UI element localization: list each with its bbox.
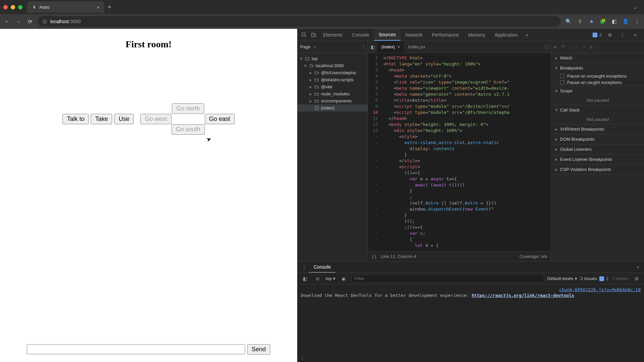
cursor-position: Line 11, Column 4: [381, 254, 416, 259]
profile-icon[interactable]: 👤: [622, 18, 629, 25]
zoom-icon[interactable]: 🔍: [565, 18, 572, 25]
site-info-icon[interactable]: [42, 19, 47, 24]
issues-indicator[interactable]: !2: [593, 32, 602, 37]
console-prompt[interactable]: ›: [297, 354, 644, 362]
tree-top-frame[interactable]: ▾top: [297, 55, 368, 62]
devtools-tab-network[interactable]: Network: [401, 29, 427, 41]
chrome-menu-icon[interactable]: ⋮: [633, 18, 641, 25]
command-input[interactable]: [27, 344, 245, 354]
step-icon[interactable]: →: [582, 44, 586, 49]
editor-more-icon[interactable]: ▢: [544, 44, 548, 49]
svg-rect-2: [44, 20, 45, 21]
editor-tab-indexjsx[interactable]: Index.jsx: [404, 41, 429, 53]
section-scope[interactable]: ▾Scope: [551, 86, 644, 96]
console-sidebar-icon[interactable]: ◧: [300, 274, 310, 283]
devtools-tab-more-icon[interactable]: »: [522, 30, 532, 40]
clear-console-icon[interactable]: ⊘: [313, 274, 322, 283]
drawer-menu-icon[interactable]: ⋮: [300, 263, 309, 272]
reload-button[interactable]: ⟳: [26, 18, 34, 25]
deactivate-bp-icon[interactable]: ⌀: [590, 44, 593, 49]
talk-to-button[interactable]: Talk to: [62, 114, 89, 124]
devtools-settings-icon[interactable]: ⚙: [605, 30, 614, 40]
window-close-dot[interactable]: [3, 5, 8, 9]
take-button[interactable]: Take: [91, 114, 112, 124]
devtools-tab-performance[interactable]: Performance: [427, 29, 463, 41]
tree-folder[interactable]: ▸@vite: [297, 83, 368, 90]
share-icon[interactable]: ⇪: [576, 18, 584, 25]
address-bar[interactable]: localhost:3000: [38, 16, 561, 27]
log-link[interactable]: https://reactjs.org/link/react-devtools: [472, 293, 574, 298]
tree-host[interactable]: ▾localhost:3000: [297, 62, 368, 69]
console-settings-icon[interactable]: ⚙: [632, 274, 641, 283]
sources-navigator: Page » ⋮ ▾top ▾localhost:3000 ▸@fs/Users…: [297, 41, 368, 261]
tree-file-index[interactable]: (index): [297, 104, 368, 111]
log-source-link[interactable]: chunk-DFKQJ226.js?v=9e6b4e8c:18: [559, 287, 641, 292]
go-north-button[interactable]: Go north: [172, 103, 204, 114]
issues-counter[interactable]: 2 Issues: !2: [581, 276, 608, 281]
navigator-menu-icon[interactable]: ⋮: [362, 44, 365, 49]
section-watch[interactable]: ▸Watch: [551, 53, 644, 63]
navigator-tab-page[interactable]: Page: [300, 44, 310, 49]
devtools-tab-elements[interactable]: Elements: [318, 29, 347, 41]
step-out-icon[interactable]: ↑: [576, 44, 578, 49]
devtools-tab-console[interactable]: Console: [347, 29, 374, 41]
drawer-close-icon[interactable]: ×: [637, 265, 642, 270]
sources-editor: ◧ (index)× Index.jsx ▢ 12345678910111213…: [368, 41, 551, 261]
step-over-icon[interactable]: ↷: [561, 44, 565, 49]
tree-folder[interactable]: ▸@fs/Users/stepha: [297, 69, 368, 76]
console-output[interactable]: chunk-DFKQJ226.js?v=9e6b4e8c:18 Download…: [297, 284, 644, 354]
inspect-element-icon[interactable]: [300, 30, 309, 40]
device-toolbar-icon[interactable]: [309, 30, 318, 40]
extensions-icon[interactable]: 🧩: [599, 18, 606, 25]
live-expression-icon[interactable]: ◉: [339, 274, 348, 283]
browser-tab-astro[interactable]: Astro ×: [27, 1, 104, 13]
navigator-more-icon[interactable]: »: [313, 44, 316, 49]
go-west-button[interactable]: Go west: [140, 114, 171, 124]
pause-uncaught-checkbox[interactable]: Pause on uncaught exceptions: [551, 73, 644, 79]
go-east-button[interactable]: Go east: [205, 114, 235, 124]
browser-toolbar: ← → ⟳ localhost:3000 🔍 ⇪ ★ 🧩 ◧ 👤 ⋮: [0, 14, 644, 29]
editor-tab-index[interactable]: (index)×: [377, 41, 404, 53]
window-minimize-dot[interactable]: [11, 5, 15, 9]
traffic-lights: [3, 5, 22, 9]
svg-rect-6: [306, 57, 309, 60]
chrome-expand-icon[interactable]: ⌄: [633, 4, 641, 10]
section-csp-bp[interactable]: ▸CSP Violation Breakpoints: [551, 165, 644, 174]
section-breakpoints[interactable]: ▾Breakpoints: [551, 63, 644, 73]
tab-close-icon[interactable]: ×: [97, 4, 100, 10]
section-dom-bp[interactable]: ▸DOM Breakpoints: [551, 134, 644, 144]
section-global-listeners[interactable]: ▸Global Listeners: [551, 144, 644, 154]
console-filter-input[interactable]: [352, 275, 544, 283]
section-call-stack[interactable]: ▾Call Stack: [551, 105, 644, 115]
step-into-icon[interactable]: ↓: [569, 44, 571, 49]
devtools-tab-application[interactable]: Application: [490, 29, 522, 41]
code-editor[interactable]: 12345678910111213------------------- <!D…: [368, 53, 551, 251]
forward-button[interactable]: →: [15, 18, 22, 25]
tree-folder[interactable]: ▸src/components: [297, 97, 368, 104]
section-xhr-bp[interactable]: ▸XHR/fetch Breakpoints: [551, 124, 644, 134]
toggle-navigator-icon[interactable]: ◧: [368, 42, 377, 52]
window-zoom-dot[interactable]: [18, 5, 22, 9]
back-button[interactable]: ←: [3, 18, 11, 25]
tree-folder[interactable]: ▸node_modules: [297, 90, 368, 97]
use-button[interactable]: Use: [114, 114, 134, 124]
devtools-menu-icon[interactable]: ⋮: [618, 30, 627, 40]
new-tab-button[interactable]: +: [108, 4, 111, 11]
log-levels-select[interactable]: Default levels ▾: [547, 276, 577, 281]
pretty-print-icon[interactable]: { }: [372, 254, 376, 259]
section-event-bp[interactable]: ▸Event Listener Breakpoints: [551, 154, 644, 164]
console-context-select[interactable]: top ▾: [326, 276, 335, 281]
devtools-tab-sources[interactable]: Sources: [374, 29, 401, 41]
send-button[interactable]: Send: [247, 344, 270, 355]
tree-folder[interactable]: ▸@id/astro:scripts: [297, 76, 368, 83]
pause-icon[interactable]: ▸|: [554, 44, 557, 49]
drawer-tab-console[interactable]: Console: [309, 262, 335, 273]
bookmark-star-icon[interactable]: ★: [588, 18, 595, 25]
close-icon[interactable]: ×: [398, 44, 400, 49]
pause-caught-checkbox[interactable]: Pause on caught exceptions: [551, 79, 644, 86]
go-south-button[interactable]: Go south: [172, 124, 205, 135]
tab-title: Astro: [39, 5, 49, 10]
devtools-tab-memory[interactable]: Memory: [464, 29, 490, 41]
devtools-close-icon[interactable]: ×: [631, 30, 640, 40]
side-panel-icon[interactable]: ◧: [610, 18, 618, 25]
